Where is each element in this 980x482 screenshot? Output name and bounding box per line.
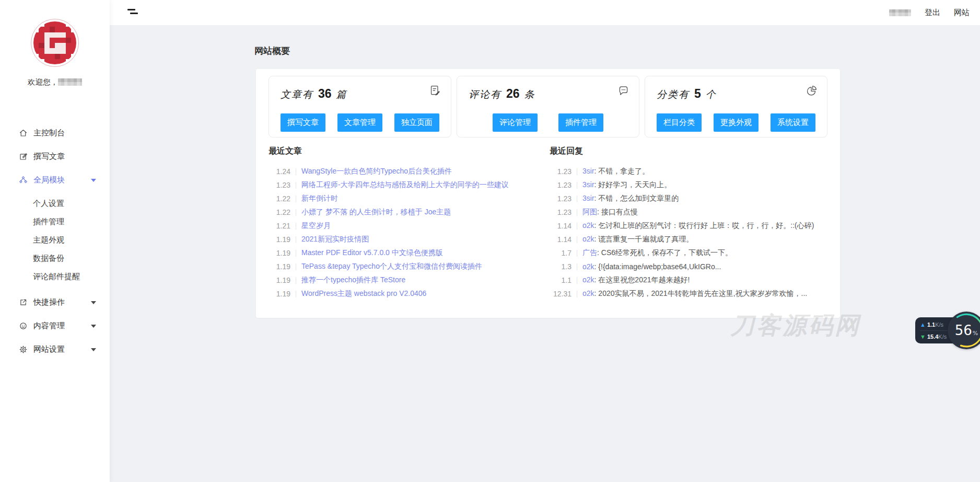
card-button[interactable]: 更换外观	[714, 113, 759, 132]
sidebar-item-global-modules[interactable]: 全局模块	[0, 168, 110, 192]
article-link[interactable]: Master PDF Editor v5.7.0.0 中文绿色便携版	[301, 248, 443, 258]
lists-row: 最近文章 1.24WangStyle一款白色简约Typecho后台美化插件1.2…	[256, 137, 840, 301]
article-row: 1.22小嫖了 梦不落 的人生倒计时，移植于 Joe主题	[269, 205, 538, 219]
recent-replies-section: 最近回复 1.233sir: 不错，拿走了。1.233sir: 好好学习，天天向…	[550, 146, 827, 301]
article-link[interactable]: 2021新冠实时疫情图	[301, 235, 369, 244]
usage-ring-icon	[948, 312, 980, 349]
article-date: 1.22	[269, 194, 290, 203]
sidebar-item-site-settings[interactable]: 网站设置	[0, 338, 110, 361]
divider	[577, 209, 577, 216]
sidebar-item-content-management[interactable]: 内容管理	[0, 314, 110, 338]
comment-icon	[617, 85, 629, 97]
topbar-username-blurred[interactable]	[889, 9, 911, 16]
article-row: 1.19WordPress主题 webstack pro V2.0406	[269, 287, 538, 301]
sidebar-item-dashboard[interactable]: 主控制台	[0, 121, 110, 145]
logo-pixelated-image	[33, 21, 76, 64]
article-link[interactable]: WordPress主题 webstack pro V2.0406	[301, 289, 426, 299]
reply-row: 1.14o2k: 乞讨和上班的区别气讨：哎行行好 上班：哎，行，行，好。::(心…	[550, 219, 827, 233]
reply-author-link[interactable]: o2k	[582, 235, 594, 243]
reply-text: o2k: 2020实鼠不易，2021牛转乾坤首先在这里,祝大家岁岁常欢愉，...	[582, 289, 807, 299]
reply-date: 1.7	[550, 249, 571, 257]
reply-content: : CS6经常死机，保存不了，下载试一下。	[597, 248, 732, 257]
content-icon	[19, 322, 28, 330]
logout-link[interactable]: 登出	[925, 8, 940, 18]
article-date: 1.22	[269, 208, 290, 216]
article-row: 1.21星空岁月	[269, 219, 538, 233]
stat-cards-row: 文章有 36 篇 撰写文章文章管理独立页面 评论有 26 条	[256, 69, 840, 137]
stat-label-suffix: 条	[524, 88, 535, 101]
sidebar-toggle-icon[interactable]	[127, 8, 139, 17]
article-link[interactable]: 星空岁月	[301, 221, 331, 231]
reply-content: : {!{data:image/webp;base64,UkIGRo...	[594, 262, 721, 271]
article-link[interactable]: 新年倒计时	[301, 194, 338, 203]
categories-card-buttons: 栏目分类更换外观系统设置	[657, 113, 815, 132]
reply-author-link[interactable]: o2k	[582, 276, 594, 284]
sidebar-item-quick-actions[interactable]: 快捷操作	[0, 291, 110, 314]
card-button[interactable]: 评论管理	[493, 113, 538, 132]
article-date: 1.19	[269, 276, 290, 284]
sidebar-subitem[interactable]: 评论邮件提醒	[0, 267, 110, 285]
divider	[296, 209, 296, 216]
reply-text: 阿图: 接口有点慢	[582, 208, 638, 217]
site-link[interactable]: 网站	[954, 8, 970, 18]
reply-author-link[interactable]: 阿图	[582, 208, 597, 216]
reply-content: : 2020实鼠不易，2021牛转乾坤首先在这里,祝大家岁岁常欢愉，...	[594, 289, 808, 297]
gear-icon	[19, 345, 28, 354]
article-link[interactable]: 网络工程师-大学四年总结与感悟及给刚上大学的同学的一些建议	[301, 180, 509, 190]
article-link[interactable]: WangStyle一款白色简约Typecho后台美化插件	[301, 167, 452, 176]
card-button[interactable]: 系统设置	[771, 113, 815, 132]
divider	[577, 263, 577, 270]
article-link[interactable]: 小嫖了 梦不落 的人生倒计时，移植于 Joe主题	[301, 208, 451, 217]
reply-author-link[interactable]: 广告	[582, 248, 597, 257]
reply-date: 1.23	[550, 181, 571, 189]
network-monitor-widget: ▲ 1.1 K/s ▼ 15.4 K/s 56 %	[915, 312, 980, 349]
card-button[interactable]: 栏目分类	[657, 113, 702, 132]
article-link[interactable]: 推荐一个typecho插件库 TeStore	[301, 276, 405, 285]
article-date: 1.24	[269, 167, 290, 176]
categories-stat-card: 分类有 5 个 栏目分类更换外观系统设置	[645, 76, 827, 137]
sidebar-item-write-post[interactable]: 撰写文章	[0, 145, 110, 168]
reply-author-link[interactable]: o2k	[582, 289, 594, 297]
card-button[interactable]: 插件管理	[558, 113, 603, 132]
reply-text: o2k: {!{data:image/webp;base64,UkIGRo...	[582, 262, 721, 271]
reply-author-link[interactable]: 3sir	[582, 194, 594, 202]
divider	[577, 291, 577, 297]
reply-row: 1.7广告: CS6经常死机，保存不了，下载试一下。	[550, 246, 827, 260]
sidebar-subitem[interactable]: 数据备份	[0, 249, 110, 267]
reply-author-link[interactable]: 3sir	[582, 167, 594, 175]
sidebar-subitem[interactable]: 插件管理	[0, 212, 110, 231]
comments-stat-card: 评论有 26 条 评论管理插件管理	[457, 76, 639, 137]
welcome-prefix: 欢迎您，	[28, 78, 58, 86]
site-logo	[31, 19, 79, 67]
sidebar-subitem[interactable]: 个人设置	[0, 194, 110, 212]
comments-card-buttons: 评论管理插件管理	[469, 113, 627, 132]
card-button[interactable]: 撰写文章	[281, 113, 325, 132]
recent-articles-section: 最近文章 1.24WangStyle一款白色简约Typecho后台美化插件1.2…	[269, 146, 538, 301]
divider	[296, 263, 296, 270]
upload-speed-value: 1.1	[927, 322, 935, 328]
stat-count: 36	[318, 87, 332, 101]
divider	[296, 223, 296, 229]
article-link[interactable]: TePass &tepay Typecho个人支付宝和微信付费阅读插件	[301, 262, 482, 271]
article-row: 1.22新年倒计时	[269, 192, 538, 205]
stat-label-prefix: 评论有	[469, 88, 501, 101]
reply-date: 1.1	[550, 276, 571, 284]
stat-count: 5	[694, 87, 701, 101]
reply-author-link[interactable]: o2k	[582, 262, 594, 271]
card-button[interactable]: 文章管理	[337, 113, 382, 132]
article-date: 1.19	[269, 249, 290, 257]
overview-panel: 文章有 36 篇 撰写文章文章管理独立页面 评论有 26 条	[256, 69, 840, 318]
reply-date: 1.23	[550, 208, 571, 216]
sidebar-subitem[interactable]: 主题外观	[0, 231, 110, 249]
divider	[577, 223, 577, 229]
divider	[296, 168, 296, 175]
external-link-icon	[19, 298, 28, 307]
article-date: 1.23	[269, 181, 290, 189]
reply-content: : 不错，拿走了。	[594, 167, 650, 175]
reply-row: 1.23阿图: 接口有点慢	[550, 205, 827, 219]
reply-author-link[interactable]: o2k	[582, 221, 594, 229]
article-date: 1.21	[269, 222, 290, 230]
reply-author-link[interactable]: 3sir	[582, 180, 594, 189]
card-button[interactable]: 独立页面	[394, 113, 439, 132]
divider	[296, 250, 296, 257]
